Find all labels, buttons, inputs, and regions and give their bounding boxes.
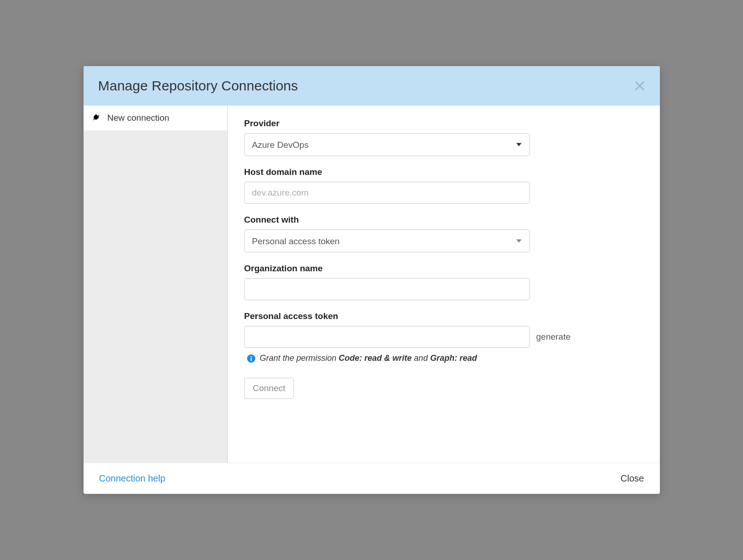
connect-button[interactable]: Connect xyxy=(244,378,294,399)
sidebar-item-label: New connection xyxy=(107,113,169,123)
form-group-provider: Provider Azure DevOps xyxy=(244,118,643,156)
form-group-connect-with: Connect with Personal access token xyxy=(244,215,643,252)
host-domain-label: Host domain name xyxy=(244,167,643,177)
sidebar-item-new-connection[interactable]: New connection xyxy=(84,106,227,131)
form-group-organization: Organization name xyxy=(244,263,643,300)
sidebar: New connection xyxy=(84,106,228,463)
modal-body: New connection Provider Azure DevOps Hos… xyxy=(84,106,660,463)
organization-label: Organization name xyxy=(244,263,643,274)
form-group-token: Personal access token generate Grant xyxy=(244,311,643,363)
plug-icon xyxy=(92,113,101,123)
token-label: Personal access token xyxy=(244,311,643,321)
token-input[interactable] xyxy=(244,326,530,348)
svg-point-3 xyxy=(250,356,252,357)
info-icon xyxy=(247,354,255,363)
provider-select[interactable]: Azure DevOps xyxy=(244,133,530,156)
form-group-host-domain: Host domain name xyxy=(244,167,643,204)
organization-input[interactable] xyxy=(244,278,530,300)
svg-rect-4 xyxy=(250,358,251,361)
modal-footer: Connection help Close xyxy=(84,463,660,494)
connect-with-label: Connect with xyxy=(244,215,643,225)
token-row: generate xyxy=(244,326,643,348)
host-domain-input[interactable] xyxy=(244,182,530,204)
provider-select-wrapper: Azure DevOps xyxy=(244,133,530,156)
connect-with-select[interactable]: Personal access token xyxy=(244,230,530,252)
token-hint-text: Grant the permission Code: read & write … xyxy=(260,353,477,363)
close-icon[interactable] xyxy=(634,80,645,91)
modal-title: Manage Repository Connections xyxy=(98,78,298,94)
close-button[interactable]: Close xyxy=(620,473,644,484)
connection-help-link[interactable]: Connection help xyxy=(99,473,166,484)
modal-manage-connections: Manage Repository Connections New connec… xyxy=(84,66,660,494)
token-hint: Grant the permission Code: read & write … xyxy=(244,353,643,363)
connect-with-select-wrapper: Personal access token xyxy=(244,230,530,252)
generate-link[interactable]: generate xyxy=(536,332,571,342)
modal-header: Manage Repository Connections xyxy=(84,66,660,106)
main-content: Provider Azure DevOps Host domain name C… xyxy=(228,106,660,463)
provider-label: Provider xyxy=(244,118,643,129)
